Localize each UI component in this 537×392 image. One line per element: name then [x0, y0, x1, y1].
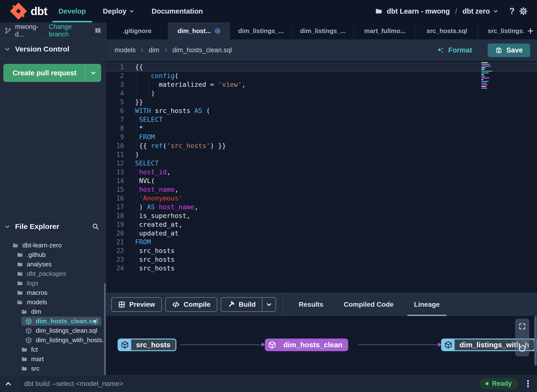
tree-item-fct[interactable]: fct	[0, 345, 106, 354]
save-button[interactable]: Save	[488, 44, 530, 57]
code-line-15[interactable]: 15 host_name,	[106, 185, 537, 194]
code-line-11[interactable]: 11)	[106, 150, 537, 159]
editor-tab-dim-host-[interactable]: dim_host...	[168, 22, 230, 39]
refresh-icon[interactable]	[518, 344, 527, 353]
tab-results[interactable]: Results	[297, 293, 325, 316]
tree-item-analyses[interactable]: analyses	[0, 260, 106, 269]
code-line-9[interactable]: 9 FROM	[106, 133, 537, 141]
tree-item-sources-yml[interactable]: sources.yml	[0, 373, 106, 375]
fullscreen-icon[interactable]	[518, 322, 526, 330]
code-line-18[interactable]: 18 is_superhost,	[106, 211, 537, 220]
project-name[interactable]: dbt Learn - mwong	[387, 7, 450, 15]
kebab-menu-icon[interactable]	[524, 380, 532, 388]
panel-scrollbar[interactable]	[534, 316, 537, 366]
change-branch-link[interactable]: Change branch	[49, 23, 91, 38]
build-button[interactable]: Build	[221, 297, 276, 312]
editor-tab-src-hosts-sql[interactable]: src_hosts.sql	[416, 22, 478, 39]
nav-documentation[interactable]: Documentation	[152, 0, 203, 22]
code-line-21[interactable]: 21FROM	[106, 238, 537, 246]
code-line-23[interactable]: 23 src_hosts	[106, 255, 537, 264]
format-button[interactable]: Format	[436, 46, 472, 54]
search-icon[interactable]	[92, 223, 102, 230]
code-line-16[interactable]: 16 'Anonymous'	[106, 194, 537, 203]
tab-lineage[interactable]: Lineage	[413, 293, 441, 316]
code-line-24[interactable]: 24 src_hosts	[106, 264, 537, 273]
new-tab-button[interactable]: +	[524, 22, 537, 39]
code-token: NVL(	[135, 177, 155, 184]
tree-item-models[interactable]: models	[0, 297, 106, 307]
code-line-5[interactable]: 5}}	[106, 98, 537, 106]
tree-item-logs[interactable]: logs	[0, 279, 106, 288]
model-icon	[25, 327, 32, 334]
code-line-10[interactable]: 10 {{ ref('src_hosts') }}	[106, 141, 537, 150]
tree-item-dim[interactable]: dim	[0, 307, 106, 316]
code-line-3[interactable]: 3 materialized = 'view',	[106, 80, 537, 89]
code-line-17[interactable]: 17 ) AS host_name,	[106, 203, 537, 211]
code-token: {{	[135, 63, 143, 71]
nav-develop[interactable]: Develop	[59, 0, 86, 22]
code-token: host_name	[159, 203, 194, 211]
build-dropdown-button[interactable]	[262, 298, 276, 311]
chevron-right-icon	[139, 48, 145, 53]
code-line-4[interactable]: 4 )	[106, 89, 537, 98]
editor-tab-src-listings-[interactable]: src_listings.	[478, 22, 524, 39]
lineage-canvas[interactable]: src_hosts dim_hosts_clean dim_listings_w…	[106, 316, 537, 375]
editor-tab-dim-listings-[interactable]: dim_listings_...	[292, 22, 354, 39]
tree-item-dim-listings-with-hosts-[interactable]: dim_listings_with_hosts...	[0, 335, 106, 345]
expand-panel-button[interactable]	[0, 380, 17, 388]
tree-item-mart[interactable]: mart	[0, 354, 106, 364]
command-input[interactable]: dbt build --select <model_name>	[24, 380, 123, 388]
code-line-14[interactable]: 14 NVL(	[106, 176, 537, 185]
breadcrumb-item[interactable]: models	[114, 46, 136, 54]
code-line-20[interactable]: 20 updated_at	[106, 229, 537, 238]
dbt-logo[interactable]: dbt	[0, 2, 59, 20]
gear-icon[interactable]	[519, 7, 528, 16]
compile-button[interactable]: Compile	[165, 297, 217, 312]
tab-compiled-code[interactable]: Compiled Code	[342, 293, 395, 316]
branch-name[interactable]: mwong-d...	[15, 23, 45, 38]
tree-item-src[interactable]: src	[0, 364, 106, 373]
file-explorer-header[interactable]: File Explorer	[0, 216, 106, 237]
editor-tab-dim-listings-[interactable]: dim_listings_...	[230, 22, 292, 39]
code-text: is_superhost,	[135, 211, 191, 220]
tree-item--github[interactable]: .github	[0, 250, 106, 260]
code-line-13[interactable]: 13 host_id,	[106, 168, 537, 176]
minimap[interactable]	[481, 62, 496, 89]
code-line-6[interactable]: 6WITH src_hosts AS (	[106, 106, 537, 115]
code-line-2[interactable]: 2 config(	[106, 71, 537, 80]
folder-icon	[375, 7, 382, 15]
tree-item-dim-hosts-clean-sql[interactable]: dim_hosts_clean.sql	[0, 316, 106, 326]
top-navigation-bar: dbt Develop Deploy Documentation dbt Lea…	[0, 0, 537, 22]
chevron-down-icon	[4, 46, 11, 52]
tree-item-dbt-learn-zero[interactable]: dbt-learn-zero	[0, 241, 106, 250]
tree-item-dbt-packages[interactable]: dbt_packages	[0, 269, 106, 279]
create-pull-request-button[interactable]: Create pull request	[3, 64, 101, 82]
code-line-8[interactable]: 8 *	[106, 124, 537, 133]
code-line-7[interactable]: 7 SELECT	[106, 115, 537, 124]
nav-deploy[interactable]: Deploy	[103, 0, 135, 22]
tree-item-dim-listings-clean-sql[interactable]: dim_listings_clean.sql	[0, 326, 106, 335]
breadcrumb-item[interactable]: dim_hosts_clean.sql	[173, 46, 232, 54]
code-editor[interactable]: 1{{2 config(3 materialized = 'view',4 )5…	[106, 61, 537, 293]
version-control-header[interactable]: Version Control	[0, 39, 106, 59]
environment-selector[interactable]: dbt zero	[462, 7, 499, 15]
code-line-22[interactable]: 22 src_hosts	[106, 246, 537, 255]
sidebar-scrollbar[interactable]	[104, 283, 106, 375]
docs-book-icon[interactable]	[94, 27, 102, 35]
lineage-node-src-hosts[interactable]: src_hosts	[118, 339, 176, 351]
lineage-node-label: src_hosts	[131, 340, 175, 350]
editor-tab--gitignore[interactable]: .gitignore	[106, 22, 168, 39]
code-line-19[interactable]: 19 created_at,	[106, 220, 537, 229]
pr-dropdown-button[interactable]	[85, 64, 101, 82]
tree-item-label: dbt_packages	[27, 270, 66, 278]
breadcrumb-separator: /	[454, 7, 458, 15]
preview-button[interactable]: Preview	[111, 297, 162, 312]
lineage-node-dim-hosts-clean[interactable]: dim_hosts_clean	[265, 339, 348, 351]
compile-label: Compile	[184, 301, 210, 308]
breadcrumb-item[interactable]: dim	[149, 46, 159, 54]
tree-item-macros[interactable]: macros	[0, 288, 106, 297]
code-line-1[interactable]: 1{{	[106, 63, 537, 71]
help-button[interactable]: ?	[509, 6, 515, 16]
editor-tab-mart-fullmo-[interactable]: mart_fullmo...	[354, 22, 416, 39]
code-line-12[interactable]: 12SELECT	[106, 159, 537, 168]
